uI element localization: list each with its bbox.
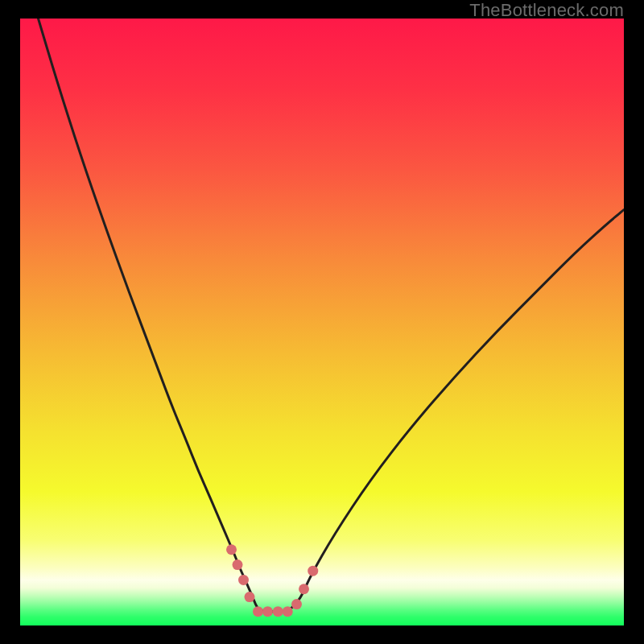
valley-marker-point [245, 592, 255, 602]
valley-marker-point [226, 544, 237, 555]
valley-marker-point [283, 606, 293, 617]
valley-marker-point [299, 584, 309, 594]
valley-marker-point [238, 575, 249, 585]
valley-marker-point [308, 566, 318, 576]
valley-marker-point [262, 606, 273, 617]
valley-marker-point [273, 606, 283, 617]
outer-frame: TheBottleneck.com [0, 0, 644, 644]
valley-marker-point [233, 559, 243, 570]
valley-marker-point [291, 599, 302, 609]
watermark-text: TheBottleneck.com [469, 0, 624, 21]
plot-area [20, 19, 624, 625]
valley-markers [20, 19, 624, 625]
valley-marker-point [253, 606, 263, 617]
